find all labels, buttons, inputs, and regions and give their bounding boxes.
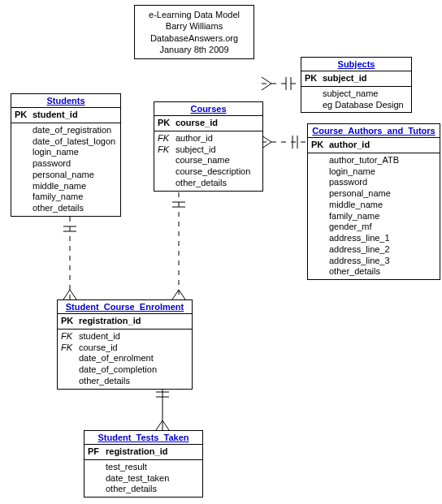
entity-courses: Courses PK course_id FKauthor_id FKsubje… <box>154 101 263 192</box>
key-label: PK <box>311 140 329 151</box>
attr-row: course_name <box>154 155 262 166</box>
attr-row: password <box>11 158 120 170</box>
attr-row: other_details <box>58 376 192 387</box>
pk-row: PK registration_id <box>58 316 192 327</box>
pk-row: PK subject_id <box>301 73 411 84</box>
attr-row: middle_name <box>308 200 440 211</box>
fk-row: FKauthor_id <box>154 133 262 144</box>
fk-row: FKcourse_id <box>58 342 192 354</box>
attr-row: date_test_taken <box>84 473 202 485</box>
attr-row: date_of_registration <box>11 125 120 136</box>
key-label: PK <box>158 118 176 129</box>
entity-header: Subjects <box>301 58 411 71</box>
entity-header: Student_Course_Enrolment <box>58 300 192 314</box>
attr-row: eg Database Design <box>301 100 411 111</box>
entity-header: Courses <box>154 102 262 116</box>
key-label: PK <box>15 110 32 121</box>
attr-row: other_details <box>154 178 262 189</box>
entity-authors: Course_Authors_and_Tutors PK author_id a… <box>307 123 440 280</box>
key-label: PK <box>61 316 79 327</box>
attr-row: personal_name <box>11 170 120 181</box>
key-label: PF <box>88 446 106 458</box>
key-label: PK <box>305 73 323 84</box>
attr-row: family_name <box>308 211 440 222</box>
field-name: student_id <box>32 110 117 121</box>
attr-row: address_line_2 <box>308 244 440 256</box>
entity-enrolment: Student_Course_Enrolment PK registration… <box>57 299 193 390</box>
attr-row: personal_name <box>308 188 440 200</box>
entity-students: Students PK student_id date_of_registrat… <box>11 93 121 217</box>
attr-row: date_of_enrolment <box>58 353 192 364</box>
attr-row: date_of_completion <box>58 364 192 376</box>
field-name: course_id <box>176 118 259 129</box>
attr-row: middle_name <box>11 181 120 192</box>
entity-tests: Student_Tests_Taken PF registration_id t… <box>84 430 203 498</box>
attr-row: date_of_latest_logon <box>11 136 120 148</box>
pk-row: PK student_id <box>11 110 120 121</box>
erd-canvas: { "title": { "line1": "e-Learning Data M… <box>0 0 442 504</box>
attr-row: other_details <box>308 266 440 278</box>
attr-row: login_name <box>308 166 440 178</box>
attr-row: subject_name <box>301 88 411 100</box>
field-name: author_id <box>329 140 436 151</box>
entity-header: Course_Authors_and_Tutors <box>308 124 440 138</box>
diagram-title-box: e-Learning Data Model Barry Williams Dat… <box>134 5 254 59</box>
entity-subjects: Subjects PK subject_id subject_name eg D… <box>301 57 412 113</box>
attr-row: family_name <box>11 192 120 203</box>
field-name: subject_id <box>323 73 408 84</box>
entity-header: Students <box>11 94 120 108</box>
attr-row: other_details <box>11 203 120 214</box>
field-name: registration_id <box>79 316 188 327</box>
fk-row: FKstudent_id <box>58 331 192 342</box>
pk-row: PF registration_id <box>84 446 202 458</box>
attr-row: other_details <box>84 484 202 495</box>
pk-row: PK course_id <box>154 118 262 129</box>
title-line-3: DatabaseAnswers.org <box>141 32 247 44</box>
attr-row: author_tutor_ATB <box>308 155 440 166</box>
attr-row: password <box>308 177 440 188</box>
fk-row: FKsubject_id <box>154 144 262 156</box>
attr-row: gender_mf <box>308 222 440 233</box>
attr-row: address_line_1 <box>308 233 440 244</box>
field-name: registration_id <box>106 446 199 458</box>
attr-row: address_line_3 <box>308 256 440 267</box>
entity-header: Student_Tests_Taken <box>84 431 202 445</box>
title-line-1: e-Learning Data Model <box>141 9 247 20</box>
attr-row: login_name <box>11 147 120 158</box>
title-line-2: Barry Williams <box>141 20 247 32</box>
attr-row: course_description <box>154 166 262 178</box>
title-line-4: January 8th 2009 <box>141 44 247 55</box>
pk-row: PK author_id <box>308 140 440 151</box>
attr-row: test_result <box>84 462 202 473</box>
